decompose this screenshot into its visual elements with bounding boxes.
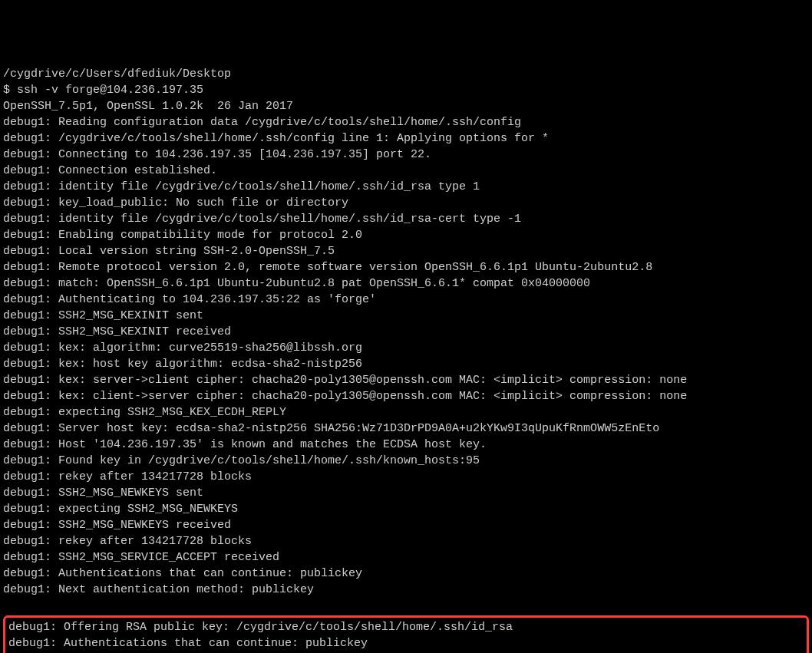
- terminal-line: debug1: Connecting to 104.236.197.35 [10…: [3, 147, 809, 163]
- terminal-line: debug1: kex: algorithm: curve25519-sha25…: [3, 340, 809, 356]
- terminal-line: debug1: identity file /cygdrive/c/tools/…: [3, 179, 809, 195]
- terminal-line: debug1: SSH2_MSG_NEWKEYS received: [3, 517, 809, 533]
- highlighted-section: debug1: Offering RSA public key: /cygdri…: [3, 615, 809, 653]
- terminal-line: debug1: Authenticating to 104.236.197.35…: [3, 292, 809, 308]
- terminal-line: debug1: Next authentication method: publ…: [3, 582, 809, 598]
- terminal-line: debug1: kex: client->server cipher: chac…: [3, 388, 809, 404]
- terminal-line: debug1: match: OpenSSH_6.6.1p1 Ubuntu-2u…: [3, 275, 809, 292]
- terminal-line: debug1: rekey after 134217728 blocks: [3, 533, 809, 549]
- terminal-line: debug1: Found key in /cygdrive/c/tools/s…: [3, 453, 809, 469]
- terminal-line: debug1: SSH2_MSG_NEWKEYS sent: [3, 485, 809, 501]
- terminal-line: debug1: expecting SSH2_MSG_KEX_ECDH_REPL…: [3, 404, 809, 420]
- terminal-line: /cygdrive/c/Users/dfediuk/Desktop: [3, 66, 809, 82]
- terminal-line: debug1: Server host key: ecdsa-sha2-nist…: [3, 420, 809, 437]
- terminal-line: debug1: Connection established.: [3, 163, 809, 179]
- terminal-line: debug1: kex: server->client cipher: chac…: [3, 372, 809, 388]
- terminal-output: /cygdrive/c/Users/dfediuk/Desktop$ ssh -…: [3, 66, 809, 598]
- terminal-line: $ ssh -v forge@104.236.197.35: [3, 82, 809, 98]
- terminal-line: debug1: Local version string SSH-2.0-Ope…: [3, 243, 809, 259]
- terminal-line: debug1: identity file /cygdrive/c/tools/…: [3, 211, 809, 227]
- terminal-line: debug1: kex: host key algorithm: ecdsa-s…: [3, 356, 809, 372]
- terminal-line: debug1: key_load_public: No such file or…: [3, 195, 809, 211]
- highlighted-terminal-line: debug1: Authentications that can continu…: [8, 635, 804, 651]
- terminal-line: debug1: SSH2_MSG_SERVICE_ACCEPT received: [3, 549, 809, 566]
- terminal-line: debug1: Reading configuration data /cygd…: [3, 114, 809, 130]
- terminal-line: debug1: SSH2_MSG_KEXINIT received: [3, 324, 809, 340]
- terminal-line: debug1: expecting SSH2_MSG_NEWKEYS: [3, 501, 809, 517]
- terminal-line: debug1: rekey after 134217728 blocks: [3, 469, 809, 485]
- terminal-line: debug1: SSH2_MSG_KEXINIT sent: [3, 308, 809, 324]
- terminal-line: debug1: Host '104.236.197.35' is known a…: [3, 437, 809, 453]
- terminal-line: OpenSSH_7.5p1, OpenSSL 1.0.2k 26 Jan 201…: [3, 98, 809, 114]
- terminal-line: debug1: /cygdrive/c/tools/shell/home/.ss…: [3, 130, 809, 147]
- terminal-line: debug1: Enabling compatibility mode for …: [3, 227, 809, 243]
- highlighted-terminal-line: debug1: Offering RSA public key: /cygdri…: [8, 619, 804, 635]
- terminal-line: debug1: Authentications that can continu…: [3, 566, 809, 582]
- terminal-line: debug1: Remote protocol version 2.0, rem…: [3, 259, 809, 275]
